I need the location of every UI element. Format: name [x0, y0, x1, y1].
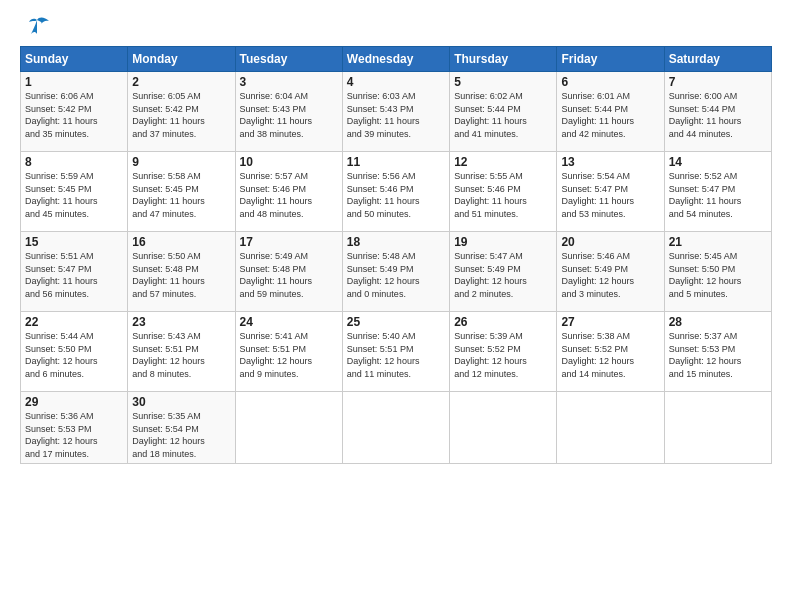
table-row: 24Sunrise: 5:41 AM Sunset: 5:51 PM Dayli… [235, 312, 342, 392]
day-info: Sunrise: 5:41 AM Sunset: 5:51 PM Dayligh… [240, 330, 338, 380]
calendar-week-row: 29Sunrise: 5:36 AM Sunset: 5:53 PM Dayli… [21, 392, 772, 464]
table-row: 4Sunrise: 6:03 AM Sunset: 5:43 PM Daylig… [342, 72, 449, 152]
day-number: 7 [669, 75, 767, 89]
col-saturday: Saturday [664, 47, 771, 72]
table-row: 28Sunrise: 5:37 AM Sunset: 5:53 PM Dayli… [664, 312, 771, 392]
day-number: 9 [132, 155, 230, 169]
logo-bird-icon [23, 16, 51, 38]
day-info: Sunrise: 5:58 AM Sunset: 5:45 PM Dayligh… [132, 170, 230, 220]
day-number: 2 [132, 75, 230, 89]
day-number: 5 [454, 75, 552, 89]
day-number: 10 [240, 155, 338, 169]
table-row: 30Sunrise: 5:35 AM Sunset: 5:54 PM Dayli… [128, 392, 235, 464]
calendar: Sunday Monday Tuesday Wednesday Thursday… [20, 46, 772, 464]
day-number: 18 [347, 235, 445, 249]
day-number: 4 [347, 75, 445, 89]
table-row: 10Sunrise: 5:57 AM Sunset: 5:46 PM Dayli… [235, 152, 342, 232]
day-info: Sunrise: 5:52 AM Sunset: 5:47 PM Dayligh… [669, 170, 767, 220]
day-info: Sunrise: 6:01 AM Sunset: 5:44 PM Dayligh… [561, 90, 659, 140]
day-info: Sunrise: 5:40 AM Sunset: 5:51 PM Dayligh… [347, 330, 445, 380]
day-info: Sunrise: 5:45 AM Sunset: 5:50 PM Dayligh… [669, 250, 767, 300]
col-tuesday: Tuesday [235, 47, 342, 72]
day-info: Sunrise: 6:00 AM Sunset: 5:44 PM Dayligh… [669, 90, 767, 140]
table-row: 6Sunrise: 6:01 AM Sunset: 5:44 PM Daylig… [557, 72, 664, 152]
day-number: 28 [669, 315, 767, 329]
day-number: 16 [132, 235, 230, 249]
day-number: 21 [669, 235, 767, 249]
table-row: 18Sunrise: 5:48 AM Sunset: 5:49 PM Dayli… [342, 232, 449, 312]
table-row [342, 392, 449, 464]
day-info: Sunrise: 5:59 AM Sunset: 5:45 PM Dayligh… [25, 170, 123, 220]
day-info: Sunrise: 5:49 AM Sunset: 5:48 PM Dayligh… [240, 250, 338, 300]
col-sunday: Sunday [21, 47, 128, 72]
table-row: 9Sunrise: 5:58 AM Sunset: 5:45 PM Daylig… [128, 152, 235, 232]
calendar-week-row: 1Sunrise: 6:06 AM Sunset: 5:42 PM Daylig… [21, 72, 772, 152]
table-row: 1Sunrise: 6:06 AM Sunset: 5:42 PM Daylig… [21, 72, 128, 152]
day-info: Sunrise: 5:48 AM Sunset: 5:49 PM Dayligh… [347, 250, 445, 300]
table-row: 23Sunrise: 5:43 AM Sunset: 5:51 PM Dayli… [128, 312, 235, 392]
day-number: 23 [132, 315, 230, 329]
table-row: 17Sunrise: 5:49 AM Sunset: 5:48 PM Dayli… [235, 232, 342, 312]
day-number: 14 [669, 155, 767, 169]
day-number: 25 [347, 315, 445, 329]
day-number: 6 [561, 75, 659, 89]
day-info: Sunrise: 5:50 AM Sunset: 5:48 PM Dayligh… [132, 250, 230, 300]
col-monday: Monday [128, 47, 235, 72]
day-number: 1 [25, 75, 123, 89]
day-info: Sunrise: 5:55 AM Sunset: 5:46 PM Dayligh… [454, 170, 552, 220]
day-number: 27 [561, 315, 659, 329]
day-number: 12 [454, 155, 552, 169]
day-number: 17 [240, 235, 338, 249]
day-info: Sunrise: 5:57 AM Sunset: 5:46 PM Dayligh… [240, 170, 338, 220]
table-row: 19Sunrise: 5:47 AM Sunset: 5:49 PM Dayli… [450, 232, 557, 312]
table-row: 12Sunrise: 5:55 AM Sunset: 5:46 PM Dayli… [450, 152, 557, 232]
table-row [235, 392, 342, 464]
day-number: 20 [561, 235, 659, 249]
day-number: 30 [132, 395, 230, 409]
day-info: Sunrise: 6:05 AM Sunset: 5:42 PM Dayligh… [132, 90, 230, 140]
table-row [664, 392, 771, 464]
table-row: 25Sunrise: 5:40 AM Sunset: 5:51 PM Dayli… [342, 312, 449, 392]
table-row: 2Sunrise: 6:05 AM Sunset: 5:42 PM Daylig… [128, 72, 235, 152]
day-number: 15 [25, 235, 123, 249]
table-row: 27Sunrise: 5:38 AM Sunset: 5:52 PM Dayli… [557, 312, 664, 392]
day-number: 19 [454, 235, 552, 249]
calendar-week-row: 22Sunrise: 5:44 AM Sunset: 5:50 PM Dayli… [21, 312, 772, 392]
day-number: 22 [25, 315, 123, 329]
table-row: 29Sunrise: 5:36 AM Sunset: 5:53 PM Dayli… [21, 392, 128, 464]
day-info: Sunrise: 5:44 AM Sunset: 5:50 PM Dayligh… [25, 330, 123, 380]
day-info: Sunrise: 6:03 AM Sunset: 5:43 PM Dayligh… [347, 90, 445, 140]
col-friday: Friday [557, 47, 664, 72]
calendar-header-row: Sunday Monday Tuesday Wednesday Thursday… [21, 47, 772, 72]
day-number: 13 [561, 155, 659, 169]
table-row: 21Sunrise: 5:45 AM Sunset: 5:50 PM Dayli… [664, 232, 771, 312]
table-row: 8Sunrise: 5:59 AM Sunset: 5:45 PM Daylig… [21, 152, 128, 232]
table-row [557, 392, 664, 464]
table-row: 16Sunrise: 5:50 AM Sunset: 5:48 PM Dayli… [128, 232, 235, 312]
day-info: Sunrise: 5:46 AM Sunset: 5:49 PM Dayligh… [561, 250, 659, 300]
day-info: Sunrise: 6:04 AM Sunset: 5:43 PM Dayligh… [240, 90, 338, 140]
day-info: Sunrise: 5:47 AM Sunset: 5:49 PM Dayligh… [454, 250, 552, 300]
day-info: Sunrise: 5:38 AM Sunset: 5:52 PM Dayligh… [561, 330, 659, 380]
day-number: 8 [25, 155, 123, 169]
header [20, 16, 772, 36]
day-number: 29 [25, 395, 123, 409]
table-row [450, 392, 557, 464]
col-wednesday: Wednesday [342, 47, 449, 72]
table-row: 15Sunrise: 5:51 AM Sunset: 5:47 PM Dayli… [21, 232, 128, 312]
day-info: Sunrise: 5:51 AM Sunset: 5:47 PM Dayligh… [25, 250, 123, 300]
day-number: 26 [454, 315, 552, 329]
table-row: 20Sunrise: 5:46 AM Sunset: 5:49 PM Dayli… [557, 232, 664, 312]
day-number: 24 [240, 315, 338, 329]
table-row: 7Sunrise: 6:00 AM Sunset: 5:44 PM Daylig… [664, 72, 771, 152]
table-row: 22Sunrise: 5:44 AM Sunset: 5:50 PM Dayli… [21, 312, 128, 392]
day-info: Sunrise: 5:56 AM Sunset: 5:46 PM Dayligh… [347, 170, 445, 220]
table-row: 13Sunrise: 5:54 AM Sunset: 5:47 PM Dayli… [557, 152, 664, 232]
page: Sunday Monday Tuesday Wednesday Thursday… [0, 0, 792, 612]
day-info: Sunrise: 5:43 AM Sunset: 5:51 PM Dayligh… [132, 330, 230, 380]
calendar-week-row: 15Sunrise: 5:51 AM Sunset: 5:47 PM Dayli… [21, 232, 772, 312]
table-row: 14Sunrise: 5:52 AM Sunset: 5:47 PM Dayli… [664, 152, 771, 232]
logo [20, 16, 51, 36]
table-row: 5Sunrise: 6:02 AM Sunset: 5:44 PM Daylig… [450, 72, 557, 152]
table-row: 3Sunrise: 6:04 AM Sunset: 5:43 PM Daylig… [235, 72, 342, 152]
